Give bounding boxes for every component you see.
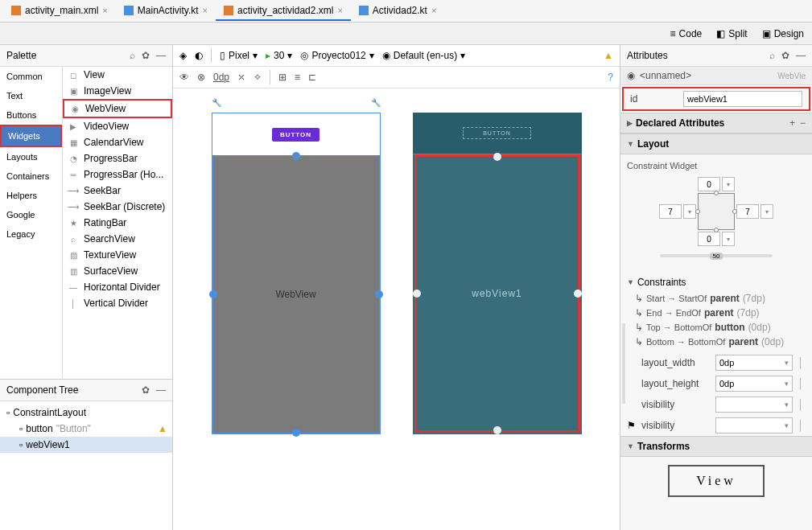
minimize-icon[interactable]: — — [156, 384, 166, 396]
widget-videoview[interactable]: ▶VideoView — [63, 118, 172, 134]
design-preview[interactable]: BUTTON WebView — [212, 113, 381, 434]
tab-actividad2[interactable]: Actividad2.kt× — [351, 2, 444, 21]
margin-left-dd[interactable]: ▾ — [683, 204, 696, 219]
design-mode-button[interactable]: ▣Design — [759, 27, 807, 41]
cat-helpers[interactable]: Helpers — [0, 186, 62, 205]
cat-google[interactable]: Google — [0, 205, 62, 224]
design-surface-icon[interactable]: ◈ — [179, 50, 187, 61]
attr-dropdown[interactable] — [715, 396, 793, 413]
layout-section-header[interactable]: ▼ Layout — [620, 134, 812, 154]
resize-handle[interactable] — [292, 152, 300, 160]
constraint-handle[interactable] — [413, 290, 421, 298]
constraint-handle[interactable] — [493, 426, 501, 434]
warning-icon[interactable]: ▲ — [604, 50, 613, 61]
margin-bottom-dd[interactable]: ▾ — [722, 232, 735, 246]
cat-legacy[interactable]: Legacy — [0, 224, 62, 244]
constraint-row[interactable]: ↳ Top → BottomOf button (0dp) — [627, 320, 806, 335]
attr-dropdown[interactable] — [715, 417, 793, 433]
cat-common[interactable]: Common — [0, 67, 62, 86]
margin-left-input[interactable]: 7 — [659, 204, 682, 219]
split-mode-button[interactable]: ◧Split — [713, 27, 750, 41]
search-icon[interactable]: ⌕ — [130, 50, 135, 61]
vertical-bias-slider[interactable] — [622, 323, 625, 404]
close-icon[interactable]: × — [431, 6, 436, 15]
tab-activity-actividad2[interactable]: activity_actividad2.xml× — [216, 2, 351, 21]
id-input[interactable] — [683, 91, 802, 107]
tree-item[interactable]: ▫ConstraintLayout — [0, 405, 172, 421]
gear-icon[interactable]: ✿ — [781, 50, 789, 61]
constraint-row[interactable]: ↳ Start → StartOf parent (7dp) — [627, 291, 806, 306]
theme-dropdown[interactable]: ◎Proyecto012▾ — [300, 50, 373, 61]
constraint-handle[interactable] — [493, 153, 501, 161]
widget-searchview[interactable]: ⌕SearchView — [63, 231, 172, 247]
widget-seekbar-discrete-[interactable]: ⟶SeekBar (Discrete) — [63, 199, 172, 215]
api-dropdown[interactable]: ▸30▾ — [266, 50, 292, 61]
attr-dropdown[interactable]: 0dp — [715, 376, 793, 392]
widget-horizontal-divider[interactable]: —Horizontal Divider — [63, 279, 172, 295]
minimize-icon[interactable]: — — [156, 50, 166, 61]
locale-dropdown[interactable]: ◉Default (en-us)▾ — [382, 50, 465, 61]
gear-icon[interactable]: ✿ — [142, 50, 150, 61]
constraint-row[interactable]: ↳ Bottom → BottomOf parent (0dp) — [627, 335, 806, 349]
widget-vertical-divider[interactable]: │Vertical Divider — [63, 295, 172, 311]
pack-icon[interactable]: ⊏ — [308, 72, 316, 83]
blueprint-preview[interactable]: BUTTON webView1 — [413, 113, 582, 434]
design-canvas[interactable]: 🔧 🔧 BUTTON WebView BUTTON — [173, 88, 620, 530]
remove-icon[interactable]: − — [800, 117, 806, 129]
cat-containers[interactable]: Containers — [0, 166, 62, 186]
widget-webview[interactable]: ◉WebView — [63, 99, 172, 118]
help-icon[interactable]: ? — [608, 72, 613, 83]
cat-layouts[interactable]: Layouts — [0, 147, 62, 166]
constraint-handle[interactable] — [574, 290, 582, 298]
constraints-header[interactable]: ▼Constraints — [627, 273, 806, 291]
resize-handle[interactable] — [375, 290, 383, 298]
widget-calendarview[interactable]: ▦CalendarView — [63, 134, 172, 150]
widget-imageview[interactable]: ▣ImageView — [63, 83, 172, 99]
margin-right-dd[interactable]: ▾ — [760, 204, 773, 219]
tree-item[interactable]: ▫button"Button"▲ — [0, 421, 172, 437]
attr-dropdown[interactable]: 0dp — [715, 355, 793, 371]
resize-handle[interactable] — [209, 290, 217, 298]
visibility-icon[interactable]: 👁 — [179, 72, 189, 83]
magnet-icon[interactable]: ⊗ — [197, 72, 205, 83]
margin-bottom-input[interactable]: 0 — [698, 232, 720, 246]
tab-main-activity[interactable]: MainActivity.kt× — [116, 2, 216, 21]
orientation-icon[interactable]: ◐ — [195, 50, 203, 61]
device-dropdown[interactable]: ▯Pixel▾ — [220, 50, 258, 61]
declared-attributes-header[interactable]: ▶ Declared Attributes +− — [620, 113, 812, 134]
widget-textureview[interactable]: ▨TextureView — [63, 247, 172, 263]
constraint-box[interactable] — [698, 193, 735, 230]
margin-right-input[interactable]: 7 — [736, 204, 759, 219]
code-mode-button[interactable]: ≡Code — [667, 27, 706, 41]
widget-ratingbar[interactable]: ★RatingBar — [63, 215, 172, 231]
transforms-header[interactable]: ▼ Transforms — [620, 436, 812, 457]
constraint-row[interactable]: ↳ End → EndOf parent (7dp) — [627, 306, 806, 320]
default-margin[interactable]: 0dp — [213, 72, 229, 83]
clear-constraints-icon[interactable]: ⤫ — [237, 72, 245, 83]
widget-view[interactable]: ◻View — [63, 67, 172, 83]
align-icon[interactable]: ≡ — [295, 72, 300, 83]
cat-buttons[interactable]: Buttons — [0, 105, 62, 125]
add-icon[interactable]: + — [789, 117, 795, 129]
guidelines-icon[interactable]: ⊞ — [278, 72, 286, 83]
preview-button[interactable]: BUTTON — [272, 128, 319, 142]
cat-widgets[interactable]: Widgets — [0, 125, 62, 147]
infer-constraints-icon[interactable]: ✧ — [253, 72, 262, 83]
tab-activity-main[interactable]: activity_main.xml× — [3, 2, 116, 21]
resize-handle[interactable] — [292, 429, 300, 437]
blueprint-webview[interactable]: webView1 — [414, 154, 580, 433]
widget-progressbar-ho-[interactable]: ═ProgressBar (Ho... — [63, 166, 172, 183]
close-icon[interactable]: × — [102, 6, 107, 15]
horizontal-bias-slider[interactable] — [660, 254, 773, 257]
widget-seekbar[interactable]: ⟶SeekBar — [63, 183, 172, 199]
tree-item[interactable]: ▫webView1 — [0, 437, 172, 453]
blueprint-button[interactable]: BUTTON — [463, 127, 531, 139]
cat-text[interactable]: Text — [0, 86, 62, 105]
close-icon[interactable]: × — [203, 6, 208, 15]
minimize-icon[interactable]: — — [796, 50, 806, 61]
gear-icon[interactable]: ✿ — [142, 384, 150, 396]
preview-webview[interactable]: WebView — [212, 155, 380, 433]
margin-top-input[interactable]: 0 — [698, 177, 720, 191]
search-icon[interactable]: ⌕ — [769, 50, 775, 61]
widget-surfaceview[interactable]: ▥SurfaceView — [63, 263, 172, 279]
